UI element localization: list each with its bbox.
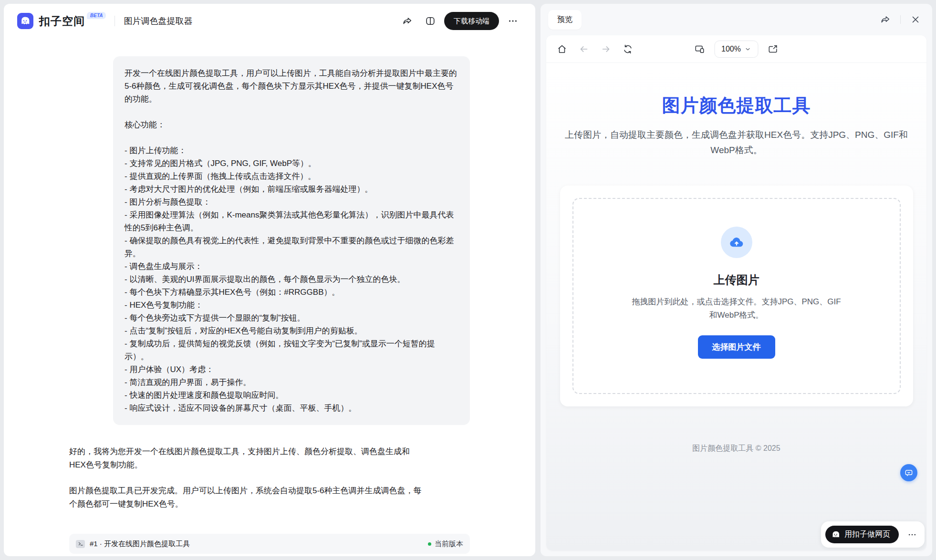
more-icon xyxy=(907,530,917,539)
branding-bar: 用扣子做网页 xyxy=(821,521,925,548)
version-bar[interactable]: #1 · 开发在线图片颜色提取工具 当前版本 xyxy=(69,534,470,554)
zoom-select[interactable]: 100% xyxy=(714,41,759,58)
beta-badge: BETA xyxy=(87,12,106,19)
upload-card: 上传图片 拖拽图片到此处，或点击选择文件。支持JPG、PNG、GIF和WebP格… xyxy=(560,186,913,406)
assistant-message-2: 图片颜色提取工具已开发完成。用户可以上传图片，系统会自动提取5-6种主色调并生成… xyxy=(69,484,425,511)
webview-container: 100% 图片颜色提取工具 上传图片，自动提取主要颜色，生成调色盘并获取HEX色… xyxy=(546,35,926,550)
preview-page[interactable]: 图片颜色提取工具 上传图片，自动提取主要颜色，生成调色盘并获取HEX色号。支持J… xyxy=(546,63,926,550)
user-message-bubble: 开发一个在线图片颜色提取工具，用户可以上传图片，工具能自动分析并提取图片中最主要… xyxy=(113,56,470,425)
download-mobile-button[interactable]: 下载移动端 xyxy=(444,12,499,30)
upload-dropzone[interactable]: 上传图片 拖拽图片到此处，或点击选择文件。支持JPG、PNG、GIF和WebP格… xyxy=(572,198,901,394)
page-footer: 图片颜色提取工具 © 2025 xyxy=(546,444,926,473)
page-title: 图片颜色提取工具 xyxy=(546,93,926,118)
share-button[interactable] xyxy=(398,12,416,30)
chevron-down-icon xyxy=(745,46,751,52)
branding-more-button[interactable] xyxy=(905,528,919,541)
upload-cloud-badge xyxy=(721,227,752,258)
chat-bubble-icon xyxy=(904,468,914,477)
chat-fab[interactable] xyxy=(900,464,917,481)
close-icon xyxy=(910,14,921,25)
more-icon xyxy=(508,16,518,26)
workspace-header: 扣子空间 BETA 图片调色盘提取器 下载移动端 xyxy=(4,4,535,38)
arrow-left-icon xyxy=(579,44,589,54)
upload-heading: 上传图片 xyxy=(593,272,881,288)
coze-mascot-icon xyxy=(20,15,31,27)
devices-icon xyxy=(694,44,705,54)
back-button[interactable] xyxy=(575,40,593,58)
device-preview-button[interactable] xyxy=(690,40,708,58)
doc-title: 图片调色盘提取器 xyxy=(124,15,192,27)
version-label: #1 · 开发在线图片颜色提取工具 xyxy=(90,539,190,549)
share-icon xyxy=(880,14,891,25)
preview-header: 预览 xyxy=(541,4,932,35)
coze-branding-button[interactable]: 用扣子做网页 xyxy=(825,526,899,543)
header-divider xyxy=(900,15,901,24)
arrow-right-icon xyxy=(601,44,611,54)
share-icon xyxy=(402,16,413,26)
webview-toolbar: 100% xyxy=(546,35,926,63)
choose-file-button[interactable]: 选择图片文件 xyxy=(698,335,775,359)
preview-share-button[interactable] xyxy=(876,10,894,29)
header-divider xyxy=(114,16,115,26)
upload-description: 拖拽图片到此处，或点击选择文件。支持JPG、PNG、GIF和WebP格式。 xyxy=(630,295,842,322)
preview-close-button[interactable] xyxy=(906,10,925,29)
preview-panel: 预览 xyxy=(541,4,932,556)
brand-title: 扣子空间 xyxy=(39,14,85,29)
version-status: 当前版本 xyxy=(435,539,463,549)
coze-mascot-icon xyxy=(831,530,841,539)
split-view-button[interactable] xyxy=(421,12,439,30)
home-button[interactable] xyxy=(553,40,571,58)
terminal-icon xyxy=(76,540,85,548)
more-button[interactable] xyxy=(504,12,522,30)
split-view-icon xyxy=(425,16,436,26)
refresh-button[interactable] xyxy=(619,40,637,58)
status-dot xyxy=(428,542,431,546)
chat-scroll-area[interactable]: 开发一个在线图片颜色提取工具，用户可以上传图片，工具能自动分析并提取图片中最主要… xyxy=(4,38,535,556)
workspace-panel: 扣子空间 BETA 图片调色盘提取器 下载移动端 xyxy=(4,4,535,556)
tab-preview[interactable]: 预览 xyxy=(548,10,582,30)
coze-logo xyxy=(17,13,33,29)
home-icon xyxy=(557,44,567,54)
brand: 扣子空间 BETA xyxy=(39,14,106,29)
zoom-level: 100% xyxy=(721,45,741,53)
cloud-upload-icon xyxy=(728,234,745,250)
open-external-icon xyxy=(768,44,779,54)
branding-label: 用扣子做网页 xyxy=(844,529,890,539)
open-in-new-window-button[interactable] xyxy=(764,40,782,58)
refresh-icon xyxy=(623,44,633,54)
assistant-message-1: 好的，我将为您开发一个在线图片颜色提取工具，支持图片上传、颜色分析提取、调色盘生… xyxy=(69,445,425,472)
page-subtitle: 上传图片，自动提取主要颜色，生成调色盘并获取HEX色号。支持JPG、PNG、GI… xyxy=(555,127,918,158)
forward-button[interactable] xyxy=(597,40,615,58)
